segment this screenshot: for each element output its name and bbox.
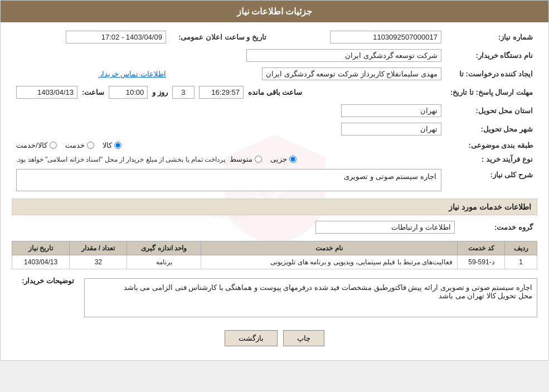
description-text: اجاره سیستم صوتی و تصویری ارائه پیش فاکت… — [124, 283, 532, 300]
page-header: جزئیات اطلاعات نیاز — [1, 1, 548, 22]
cell-name: فعالیت‌های مرتبط با فیلم سینمایی، ویدیوی… — [201, 255, 458, 269]
tabaqe-label: طبقه بندی موضوعی: — [446, 138, 537, 152]
page-wrapper: جزئیات اطلاعات نیاز AnatTender شماره نیا… — [0, 0, 549, 361]
tabaqe-value: کالا/خدمت خدمت کالا — [12, 138, 446, 152]
cell-radif: 1 — [505, 255, 537, 269]
mohlat-baqi-label: ساعت باقی مانده — [248, 88, 302, 96]
cell-kod: د-591-59 — [458, 255, 505, 269]
row-tabaqe: طبقه بندی موضوعی: کالا/خدمت خدمت — [12, 138, 537, 152]
services-header-row: ردیف کد خدمت نام خدمت واحد اندازه گیری ت… — [12, 241, 537, 255]
row-sharh: شرح کلی نیاز: اجاره سیستم صوتی و تصویری — [12, 166, 537, 194]
noe-jozei-radio[interactable] — [289, 156, 297, 163]
ostan-field: تهران — [341, 104, 441, 117]
name-dasgah-field: شرکت توسعه گردشگری ایران — [246, 49, 441, 62]
tabaqe-kala-label: کالا — [103, 141, 112, 149]
page-title: جزئیات اطلاعات نیاز — [237, 7, 313, 16]
services-table-body: 1 د-591-59 فعالیت‌های مرتبط با فیلم سینم… — [12, 255, 537, 269]
noe-jozei-label: جزیی — [270, 155, 287, 163]
elan-value: 1403/04/09 - 17:02 — [12, 28, 171, 46]
elan-field: 1403/04/09 - 17:02 — [66, 31, 166, 43]
ijad-field: مهدی سلیمانفلاح کاربرداز شرکت توسعه گردش… — [262, 67, 441, 80]
name-dasgah-label: نام دستگاه خریدار: — [446, 46, 537, 65]
tabaqe-kala-khadamat-item: کالا/خدمت — [16, 141, 57, 149]
form-content: شماره نیاز: 1103092507000017 تاریخ و ساع… — [1, 22, 548, 360]
row-shahr: شهر محل تحویل: تهران — [12, 120, 537, 138]
shahr-label: شهر محل تحویل: — [446, 120, 537, 138]
gorohe-label: گروه خدمت: — [459, 218, 537, 236]
name-dasgah-value: شرکت توسعه گردشگری ایران — [12, 46, 446, 65]
print-button[interactable]: چاپ — [283, 330, 324, 346]
row-shomara-elan: شماره نیاز: 1103092507000017 تاریخ و ساع… — [12, 28, 537, 46]
cell-vahed: برنامه — [127, 255, 201, 269]
mohlat-label: مهلت ارسال پاسخ: تا تاریخ: — [446, 83, 537, 101]
ettelaat-tamas-cell: اطلاعات تماس خریدار — [12, 65, 171, 83]
service-form-table: گروه خدمت: اطلاعات و ارتباطات — [12, 218, 537, 236]
noe-jozei-item: جزیی — [270, 155, 297, 163]
row-gorohe: گروه خدمت: اطلاعات و ارتباطات — [12, 218, 537, 236]
row-mohlat: مهلت ارسال پاسخ: تا تاریخ: 1403/04/13 سا… — [12, 83, 537, 101]
noe-motevaset-label: متوسط — [230, 155, 252, 163]
shomara-niaz-value: 1103092507000017 — [271, 28, 446, 46]
main-content: AnatTender شماره نیاز: 1103092507000017 … — [1, 22, 548, 360]
button-row: چاپ بازگشت — [12, 322, 537, 355]
mohlat-roz-field: 3 — [172, 86, 195, 99]
tabaqe-radio-group: کالا/خدمت خدمت کالا — [16, 141, 441, 149]
cell-tedad: 32 — [70, 255, 127, 269]
shomara-niaz-label: شماره نیاز: — [446, 28, 537, 46]
elan-label: تاریخ و ساعت اعلان عمومی: — [171, 28, 271, 46]
noe-motevaset-radio[interactable] — [255, 156, 262, 163]
mohlat-row: 1403/04/13 ساعت: 10:00 روز و 3 16:29:57 … — [16, 86, 441, 99]
ijad-label: ایجاد کننده درخواست: تا — [446, 65, 537, 83]
mohlat-date-field: 1403/04/13 — [16, 86, 77, 99]
mohlat-baqi-time-field: 16:29:57 — [199, 86, 244, 99]
tabaqe-khadamat-radio[interactable] — [87, 142, 94, 149]
noe-motevaset-item: متوسط — [230, 155, 262, 163]
table-row: 1 د-591-59 فعالیت‌های مرتبط با فیلم سینم… — [12, 255, 537, 269]
description-label: توضیحات خریدار: — [12, 274, 79, 288]
ostan-label: استان محل تحویل: — [446, 101, 537, 120]
row-noe: نوع فرآیند خرید : پرداخت تمام یا بخشی از… — [12, 152, 537, 166]
tabaqe-kala-item: کالا — [103, 141, 122, 149]
row-name-dasgah: نام دستگاه خریدار: شرکت توسعه گردشگری ای… — [12, 46, 537, 65]
mohlat-saat-label: ساعت: — [82, 88, 104, 96]
gorohe-field: اطلاعات و ارتباطات — [315, 221, 455, 234]
back-button[interactable]: بازگشت — [225, 330, 278, 346]
ijad-value: مهدی سلیمانفلاح کاربرداز شرکت توسعه گردش… — [171, 65, 446, 83]
noe-row: پرداخت تمام یا بخشی از مبلغ خریدار از مح… — [16, 155, 441, 163]
noe-radio-group: متوسط جزیی — [230, 155, 297, 163]
col-tedad: تعداد / مقدار — [70, 241, 127, 255]
tabaqe-khadamat-item: خدمت — [65, 141, 94, 149]
shomara-niaz-field: 1103092507000017 — [330, 31, 441, 43]
tabaqe-khadamat-label: خدمت — [65, 141, 85, 149]
col-radif: ردیف — [505, 241, 537, 255]
col-vahed: واحد اندازه گیری — [127, 241, 201, 255]
cell-tarikh: 1403/04/13 — [12, 255, 70, 269]
tabaqe-kala-khadamat-radio[interactable] — [50, 142, 57, 149]
mohlat-saat-field: 10:00 — [109, 86, 148, 99]
col-tarikh: تاریخ نیاز — [12, 241, 70, 255]
sharh-value: اجاره سیستم صوتی و تصویری — [12, 166, 446, 194]
col-kod: کد خدمت — [458, 241, 505, 255]
services-table: ردیف کد خدمت نام خدمت واحد اندازه گیری ت… — [12, 241, 537, 269]
sharh-text: اجاره سیستم صوتی و تصویری — [344, 172, 436, 181]
tabaqe-kala-radio[interactable] — [114, 142, 122, 149]
noe-note: پرداخت تمام یا بخشی از مبلغ خریدار از مح… — [16, 156, 225, 163]
ettelaat-tamas-link[interactable]: اطلاعات تماس خریدار — [99, 70, 166, 78]
noe-label: نوع فرآیند خرید : — [446, 152, 537, 166]
services-table-head: ردیف کد خدمت نام خدمت واحد اندازه گیری ت… — [12, 241, 537, 255]
col-name: نام خدمت — [201, 241, 458, 255]
shahr-field: تهران — [341, 123, 441, 135]
main-form-table: شماره نیاز: 1103092507000017 تاریخ و ساع… — [12, 28, 537, 194]
row-ostan: استان محل تحویل: تهران — [12, 101, 537, 120]
gorohe-value: اطلاعات و ارتباطات — [12, 218, 459, 236]
sharh-label: شرح کلی نیاز: — [446, 166, 537, 194]
mohlat-value: 1403/04/13 ساعت: 10:00 روز و 3 16:29:57 … — [12, 83, 446, 101]
tabaqe-kala-khadamat-label: کالا/خدمت — [16, 141, 47, 149]
row-ijad: ایجاد کننده درخواست: تا مهدی سلیمانفلاح … — [12, 65, 537, 83]
sharh-field: اجاره سیستم صوتی و تصویری — [16, 169, 441, 191]
description-row: توضیحات خریدار: اجاره سیستم صوتی و تصویر… — [12, 274, 537, 322]
mohlat-roz-label: روز و — [152, 88, 168, 96]
shahr-value: تهران — [12, 120, 446, 138]
section2-title: اطلاعات خدمات مورد نیاز — [12, 199, 537, 215]
ostan-value: تهران — [12, 101, 446, 120]
